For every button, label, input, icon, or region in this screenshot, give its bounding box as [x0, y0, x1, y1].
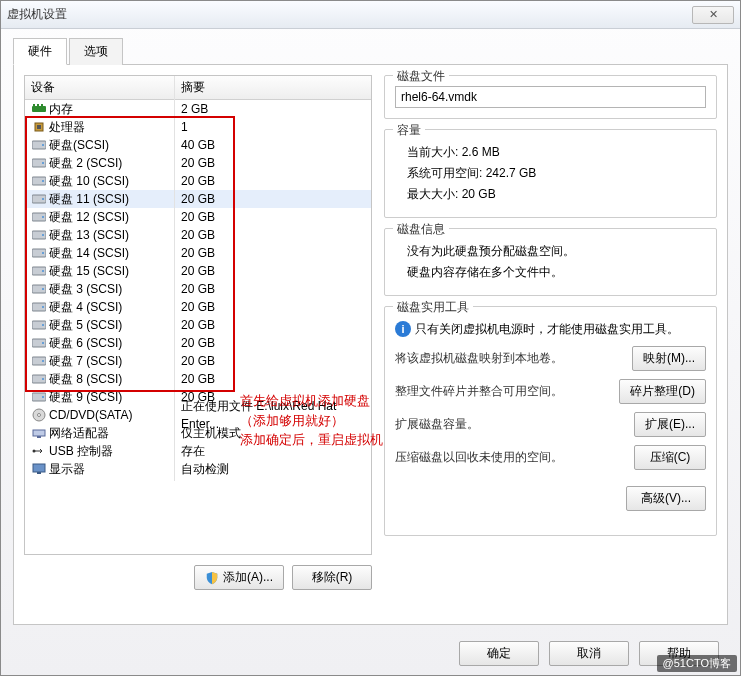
hdd-icon [31, 337, 47, 349]
titlebar: 虚拟机设置 ✕ [1, 1, 740, 29]
hdd-icon [31, 355, 47, 367]
svg-point-33 [42, 378, 44, 380]
map-button[interactable]: 映射(M)... [632, 346, 706, 371]
col-device: 设备 [25, 76, 175, 99]
utils-hint: 只有关闭虚拟机电源时，才能使用磁盘实用工具。 [415, 321, 679, 338]
cancel-button[interactable]: 取消 [549, 641, 629, 666]
svg-point-17 [42, 234, 44, 236]
window-title: 虚拟机设置 [7, 6, 67, 23]
expand-button[interactable]: 扩展(E)... [634, 412, 706, 437]
svg-rect-1 [33, 104, 35, 106]
hdd-icon [31, 283, 47, 295]
svg-point-13 [42, 198, 44, 200]
svg-rect-5 [37, 125, 41, 129]
svg-rect-39 [37, 436, 41, 438]
hdd-icon [31, 157, 47, 169]
hdd-icon [31, 319, 47, 331]
defrag-button[interactable]: 碎片整理(D) [619, 379, 706, 404]
close-button[interactable]: ✕ [692, 6, 734, 24]
map-label: 将该虚拟机磁盘映射到本地卷。 [395, 350, 624, 367]
compact-button[interactable]: 压缩(C) [634, 445, 706, 470]
advanced-button[interactable]: 高级(V)... [626, 486, 706, 511]
disk-info-line2: 硬盘内容存储在多个文件中。 [407, 264, 706, 281]
disp-icon [31, 463, 47, 475]
svg-rect-38 [33, 430, 45, 436]
svg-rect-42 [37, 472, 41, 474]
capacity-title: 容量 [393, 122, 425, 139]
content-area: 设备 摘要 内存2 GB处理器1硬盘(SCSI)40 GB硬盘 2 (SCSI)… [13, 65, 728, 625]
watermark: @51CTO博客 [657, 655, 737, 672]
svg-point-35 [42, 396, 44, 398]
group-capacity: 容量 当前大小: 2.6 MB 系统可用空间: 242.7 GB 最大大小: 2… [384, 129, 717, 218]
svg-rect-0 [32, 106, 46, 112]
capacity-sysfree: 系统可用空间: 242.7 GB [407, 165, 706, 182]
svg-point-29 [42, 342, 44, 344]
hdd-icon [31, 229, 47, 241]
svg-point-37 [38, 414, 41, 417]
group-disk-info: 磁盘信息 没有为此硬盘预分配磁盘空间。 硬盘内容存储在多个文件中。 [384, 228, 717, 296]
disk-file-title: 磁盘文件 [393, 68, 449, 85]
net-icon [31, 427, 47, 439]
hdd-icon [31, 373, 47, 385]
device-row[interactable]: 显示器自动检测 [25, 460, 371, 478]
svg-point-40 [33, 450, 36, 453]
annotation-text: 首先给虚拟机添加硬盘 （添加够用就好） 添加确定后，重启虚拟机 [240, 391, 383, 450]
svg-rect-2 [37, 104, 39, 106]
cpu-icon [31, 120, 47, 134]
svg-point-25 [42, 306, 44, 308]
info-icon: i [395, 321, 411, 337]
capacity-max: 最大大小: 20 GB [407, 186, 706, 203]
disk-info-title: 磁盘信息 [393, 221, 449, 238]
svg-point-7 [42, 144, 44, 146]
svg-point-15 [42, 216, 44, 218]
capacity-current: 当前大小: 2.6 MB [407, 144, 706, 161]
device-name: 显示器 [49, 460, 85, 478]
hdd-icon [31, 301, 47, 313]
ok-button[interactable]: 确定 [459, 641, 539, 666]
svg-point-9 [42, 162, 44, 164]
shield-icon [205, 571, 219, 585]
remove-button[interactable]: 移除(R) [292, 565, 372, 590]
svg-point-31 [42, 360, 44, 362]
tabstrip: 硬件 选项 [13, 37, 728, 65]
compact-label: 压缩磁盘以回收未使用的空间。 [395, 449, 626, 466]
usb-icon [31, 445, 47, 457]
svg-point-19 [42, 252, 44, 254]
group-disk-file: 磁盘文件 [384, 75, 717, 119]
disk-file-input[interactable] [395, 86, 706, 108]
add-button[interactable]: 添加(A)... [194, 565, 284, 590]
mem-icon [31, 104, 47, 114]
tab-hardware[interactable]: 硬件 [13, 38, 67, 65]
svg-point-11 [42, 180, 44, 182]
svg-point-23 [42, 288, 44, 290]
hdd-icon [31, 265, 47, 277]
hdd-icon [31, 193, 47, 205]
defrag-label: 整理文件碎片并整合可用空间。 [395, 383, 611, 400]
disk-info-line1: 没有为此硬盘预分配磁盘空间。 [407, 243, 706, 260]
expand-label: 扩展磁盘容量。 [395, 416, 626, 433]
device-summary: 自动检测 [175, 457, 371, 481]
hdd-icon [31, 211, 47, 223]
col-summary: 摘要 [175, 76, 371, 99]
tab-options[interactable]: 选项 [69, 38, 123, 65]
hdd-icon [31, 247, 47, 259]
device-list[interactable]: 设备 摘要 内存2 GB处理器1硬盘(SCSI)40 GB硬盘 2 (SCSI)… [24, 75, 372, 555]
svg-point-21 [42, 270, 44, 272]
cd-icon [31, 408, 47, 422]
group-disk-utils: 磁盘实用工具 i 只有关闭虚拟机电源时，才能使用磁盘实用工具。 将该虚拟机磁盘映… [384, 306, 717, 536]
svg-rect-3 [41, 104, 43, 106]
disk-utils-title: 磁盘实用工具 [393, 299, 473, 316]
hdd-icon [31, 391, 47, 403]
close-icon: ✕ [709, 8, 718, 21]
svg-rect-41 [33, 464, 45, 472]
svg-point-27 [42, 324, 44, 326]
hdd-icon [31, 175, 47, 187]
vm-settings-window: 虚拟机设置 ✕ 硬件 选项 设备 摘要 内存2 GB处理器1硬盘(SCSI)40… [0, 0, 741, 676]
hdd-icon [31, 139, 47, 151]
